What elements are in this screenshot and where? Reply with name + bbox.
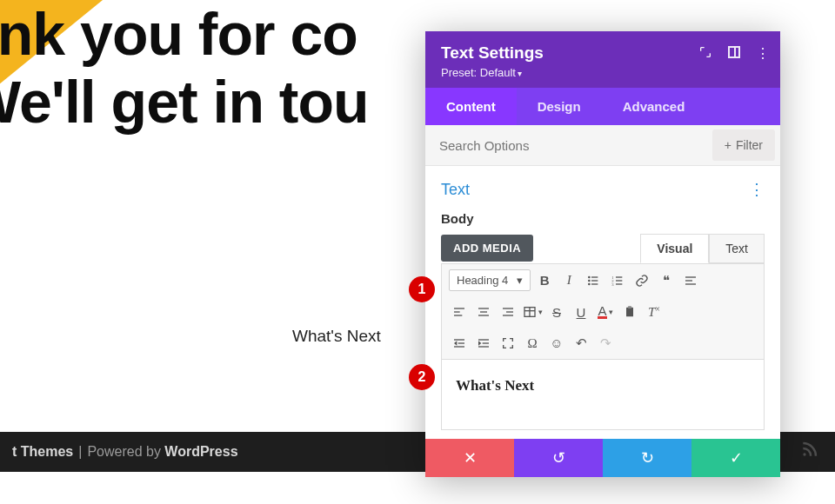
svg-rect-23 bbox=[506, 311, 513, 312]
svg-point-5 bbox=[588, 282, 591, 285]
emoji-button[interactable]: ☺ bbox=[546, 333, 567, 354]
svg-rect-21 bbox=[478, 315, 489, 315]
body-label: Body bbox=[441, 211, 765, 226]
svg-rect-13 bbox=[685, 276, 696, 277]
footer-wordpress: WordPress bbox=[164, 444, 237, 460]
panel-header-actions: ⋮ bbox=[698, 45, 770, 63]
svg-marker-31 bbox=[454, 341, 457, 345]
underline-button[interactable]: U bbox=[571, 302, 591, 322]
svg-point-0 bbox=[803, 453, 805, 455]
svg-rect-33 bbox=[454, 346, 464, 347]
link-button[interactable] bbox=[631, 270, 652, 291]
chevron-down-icon: ▾ bbox=[517, 274, 523, 287]
clear-formatting-button[interactable]: T× bbox=[644, 302, 665, 322]
hero-line-2: We'll get in tou bbox=[0, 68, 369, 136]
strikethrough-button[interactable]: S bbox=[546, 302, 567, 322]
search-row: + Filter bbox=[425, 125, 780, 166]
align-right-button[interactable] bbox=[498, 302, 518, 322]
expand-icon[interactable] bbox=[698, 45, 712, 63]
redo-button[interactable]: ↷ bbox=[595, 333, 616, 354]
add-media-button[interactable]: ADD MEDIA bbox=[441, 235, 533, 262]
svg-rect-15 bbox=[685, 283, 696, 284]
plus-icon: + bbox=[725, 138, 731, 152]
svg-rect-22 bbox=[503, 308, 513, 308]
svg-rect-10 bbox=[616, 280, 622, 281]
fullscreen-button[interactable] bbox=[498, 333, 518, 354]
numbered-list-button[interactable]: 123 bbox=[607, 270, 628, 291]
text-section: Text ⋮ Body ADD MEDIA Visual Text Headin… bbox=[425, 166, 780, 439]
editor-textarea[interactable]: What's Next bbox=[441, 360, 765, 430]
more-menu-icon[interactable]: ⋮ bbox=[756, 50, 770, 58]
check-icon: ✓ bbox=[730, 448, 743, 468]
preset-dropdown[interactable]: Preset: Default▾ bbox=[441, 66, 765, 79]
hero-line-1: ank you for co bbox=[0, 0, 369, 68]
svg-rect-17 bbox=[454, 311, 460, 312]
editor-tab-visual[interactable]: Visual bbox=[640, 234, 709, 263]
bold-button[interactable]: B bbox=[534, 270, 555, 291]
svg-rect-14 bbox=[685, 280, 692, 281]
editor-tab-text[interactable]: Text bbox=[709, 234, 765, 263]
hero-heading: ank you for co We'll get in tou bbox=[0, 0, 369, 136]
align-left-button-2[interactable] bbox=[449, 302, 470, 322]
svg-rect-19 bbox=[478, 308, 489, 308]
chevron-down-icon: ▾ bbox=[518, 69, 522, 78]
svg-rect-30 bbox=[454, 339, 464, 340]
special-char-button[interactable]: Ω bbox=[522, 333, 543, 354]
svg-rect-12 bbox=[616, 283, 622, 284]
close-icon: ✕ bbox=[464, 448, 477, 468]
redo-icon: ↻ bbox=[641, 448, 654, 468]
undo-action-button[interactable]: ↺ bbox=[514, 439, 603, 477]
svg-rect-16 bbox=[454, 308, 464, 308]
svg-rect-8 bbox=[616, 276, 622, 277]
filter-button[interactable]: + Filter bbox=[712, 129, 775, 161]
footer-themes: t Themes bbox=[12, 444, 73, 460]
svg-rect-36 bbox=[483, 342, 489, 343]
preset-label: Preset: Default bbox=[441, 66, 516, 79]
svg-rect-24 bbox=[503, 315, 513, 315]
tab-design[interactable]: Design bbox=[517, 88, 602, 125]
tab-content[interactable]: Content bbox=[425, 88, 517, 125]
svg-point-1 bbox=[588, 275, 591, 278]
rss-icon[interactable] bbox=[800, 441, 818, 463]
annotation-callout-1: 1 bbox=[409, 276, 435, 302]
svg-point-3 bbox=[588, 279, 591, 282]
svg-rect-37 bbox=[478, 346, 489, 347]
align-center-button[interactable] bbox=[473, 302, 494, 322]
whats-next-heading: What's Next bbox=[292, 327, 381, 346]
search-input[interactable] bbox=[425, 127, 707, 164]
svg-rect-32 bbox=[458, 342, 464, 343]
redo-action-button[interactable]: ↻ bbox=[603, 439, 691, 477]
section-menu-icon[interactable]: ⋮ bbox=[749, 180, 765, 199]
tab-advanced[interactable]: Advanced bbox=[602, 88, 706, 125]
panel-header: Text Settings Preset: Default▾ ⋮ bbox=[425, 31, 780, 88]
svg-rect-6 bbox=[591, 283, 598, 284]
svg-rect-34 bbox=[478, 339, 489, 340]
svg-rect-29 bbox=[628, 306, 631, 308]
section-title[interactable]: Text bbox=[441, 181, 470, 199]
text-color-button[interactable]: A▾ bbox=[595, 302, 616, 322]
align-left-button[interactable] bbox=[680, 270, 701, 291]
responsive-icon[interactable] bbox=[728, 46, 740, 62]
format-select-label: Heading 4 bbox=[457, 274, 508, 287]
bullet-list-button[interactable] bbox=[583, 270, 604, 291]
save-button[interactable]: ✓ bbox=[691, 439, 780, 477]
panel-action-row: ✕ ↺ ↻ ✓ bbox=[425, 439, 780, 477]
svg-rect-2 bbox=[591, 276, 598, 277]
format-select[interactable]: Heading 4 ▾ bbox=[449, 269, 531, 291]
text-settings-panel: Text Settings Preset: Default▾ ⋮ Content… bbox=[425, 31, 780, 477]
svg-marker-35 bbox=[478, 341, 481, 345]
blockquote-button[interactable]: ❝ bbox=[656, 270, 677, 291]
table-button[interactable]: ▾ bbox=[522, 302, 543, 322]
settings-tabs: Content Design Advanced bbox=[425, 88, 780, 125]
undo-icon: ↺ bbox=[552, 448, 565, 468]
svg-text:3: 3 bbox=[612, 282, 615, 287]
svg-rect-20 bbox=[480, 311, 487, 312]
cancel-button[interactable]: ✕ bbox=[425, 439, 514, 477]
undo-button[interactable]: ↶ bbox=[571, 333, 591, 354]
outdent-button[interactable] bbox=[449, 333, 470, 354]
paste-button[interactable] bbox=[619, 302, 640, 322]
indent-button[interactable] bbox=[473, 333, 494, 354]
footer-powered-label: Powered by bbox=[87, 444, 161, 460]
filter-label: Filter bbox=[736, 138, 763, 152]
italic-button[interactable]: I bbox=[558, 270, 579, 291]
